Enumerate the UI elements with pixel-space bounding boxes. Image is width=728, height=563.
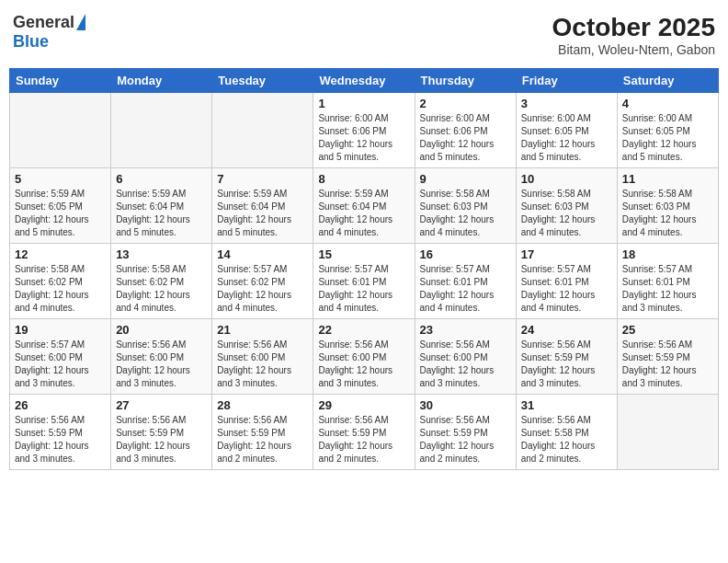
calendar-cell: 31Sunrise: 5:56 AM Sunset: 5:58 PM Dayli… bbox=[516, 395, 617, 470]
day-info: Sunrise: 5:58 AM Sunset: 6:02 PM Dayligh… bbox=[15, 263, 106, 315]
day-info: Sunrise: 5:57 AM Sunset: 6:01 PM Dayligh… bbox=[622, 263, 713, 315]
day-header-sunday: Sunday bbox=[10, 69, 111, 93]
day-header-tuesday: Tuesday bbox=[212, 69, 313, 93]
day-number: 3 bbox=[521, 97, 612, 110]
day-info: Sunrise: 5:59 AM Sunset: 6:04 PM Dayligh… bbox=[116, 188, 207, 239]
day-number: 28 bbox=[217, 398, 308, 412]
day-header-monday: Monday bbox=[111, 69, 212, 93]
calendar-cell: 1Sunrise: 6:00 AM Sunset: 6:06 PM Daylig… bbox=[313, 93, 415, 168]
day-number: 5 bbox=[15, 172, 106, 186]
day-number: 22 bbox=[318, 323, 409, 337]
day-number: 12 bbox=[15, 247, 106, 261]
calendar-table: SundayMondayTuesdayWednesdayThursdayFrid… bbox=[9, 68, 719, 470]
day-info: Sunrise: 5:58 AM Sunset: 6:03 PM Dayligh… bbox=[521, 188, 612, 239]
week-row-4: 19Sunrise: 5:57 AM Sunset: 6:00 PM Dayli… bbox=[10, 319, 719, 395]
logo-triangle-icon bbox=[76, 14, 85, 30]
calendar-cell: 16Sunrise: 5:57 AM Sunset: 6:01 PM Dayli… bbox=[415, 244, 516, 319]
calendar-cell: 5Sunrise: 5:59 AM Sunset: 6:05 PM Daylig… bbox=[10, 168, 111, 244]
calendar-header: SundayMondayTuesdayWednesdayThursdayFrid… bbox=[10, 69, 719, 93]
day-info: Sunrise: 5:56 AM Sunset: 6:00 PM Dayligh… bbox=[116, 339, 207, 390]
day-info: Sunrise: 6:00 AM Sunset: 6:06 PM Dayligh… bbox=[420, 112, 511, 164]
day-number: 13 bbox=[116, 247, 207, 261]
day-info: Sunrise: 5:57 AM Sunset: 6:02 PM Dayligh… bbox=[217, 263, 308, 315]
day-info: Sunrise: 5:56 AM Sunset: 5:59 PM Dayligh… bbox=[318, 414, 409, 465]
calendar-cell: 7Sunrise: 5:59 AM Sunset: 6:04 PM Daylig… bbox=[212, 168, 313, 244]
calendar-cell bbox=[212, 93, 313, 168]
day-number: 23 bbox=[420, 323, 511, 337]
day-number: 6 bbox=[116, 172, 207, 186]
week-row-5: 26Sunrise: 5:56 AM Sunset: 5:59 PM Dayli… bbox=[10, 395, 719, 470]
calendar-cell: 14Sunrise: 5:57 AM Sunset: 6:02 PM Dayli… bbox=[212, 244, 313, 319]
day-number: 26 bbox=[15, 398, 106, 412]
day-number: 21 bbox=[217, 323, 308, 337]
calendar-cell: 17Sunrise: 5:57 AM Sunset: 6:01 PM Dayli… bbox=[516, 244, 617, 319]
day-info: Sunrise: 5:57 AM Sunset: 6:00 PM Dayligh… bbox=[15, 339, 106, 390]
logo-general-text: General bbox=[13, 13, 74, 32]
day-info: Sunrise: 5:56 AM Sunset: 5:59 PM Dayligh… bbox=[116, 414, 207, 465]
day-number: 29 bbox=[318, 398, 409, 412]
title-section: October 2025 Bitam, Woleu-Ntem, Gabon bbox=[552, 13, 715, 57]
calendar-cell: 2Sunrise: 6:00 AM Sunset: 6:06 PM Daylig… bbox=[415, 93, 516, 168]
calendar-cell: 19Sunrise: 5:57 AM Sunset: 6:00 PM Dayli… bbox=[10, 319, 111, 395]
calendar-cell: 10Sunrise: 5:58 AM Sunset: 6:03 PM Dayli… bbox=[516, 168, 617, 244]
day-number: 18 bbox=[622, 247, 713, 261]
calendar-cell: 12Sunrise: 5:58 AM Sunset: 6:02 PM Dayli… bbox=[10, 244, 111, 319]
month-title: October 2025 bbox=[552, 13, 715, 42]
calendar-cell: 21Sunrise: 5:56 AM Sunset: 6:00 PM Dayli… bbox=[212, 319, 313, 395]
day-number: 25 bbox=[622, 323, 713, 337]
day-info: Sunrise: 5:57 AM Sunset: 6:01 PM Dayligh… bbox=[521, 263, 612, 315]
day-number: 2 bbox=[420, 97, 511, 110]
day-info: Sunrise: 5:56 AM Sunset: 5:59 PM Dayligh… bbox=[217, 414, 308, 465]
day-number: 24 bbox=[521, 323, 612, 337]
week-row-3: 12Sunrise: 5:58 AM Sunset: 6:02 PM Dayli… bbox=[10, 244, 719, 319]
calendar-cell bbox=[617, 395, 718, 470]
logo-blue-text: Blue bbox=[13, 32, 49, 52]
day-info: Sunrise: 5:56 AM Sunset: 6:00 PM Dayligh… bbox=[318, 339, 409, 390]
day-info: Sunrise: 5:56 AM Sunset: 6:00 PM Dayligh… bbox=[217, 339, 308, 390]
day-number: 30 bbox=[420, 398, 511, 412]
calendar-cell: 30Sunrise: 5:56 AM Sunset: 5:59 PM Dayli… bbox=[415, 395, 516, 470]
calendar-cell: 8Sunrise: 5:59 AM Sunset: 6:04 PM Daylig… bbox=[313, 168, 415, 244]
day-info: Sunrise: 6:00 AM Sunset: 6:06 PM Dayligh… bbox=[318, 112, 409, 164]
day-info: Sunrise: 5:59 AM Sunset: 6:04 PM Dayligh… bbox=[318, 188, 409, 239]
calendar-cell: 20Sunrise: 5:56 AM Sunset: 6:00 PM Dayli… bbox=[111, 319, 212, 395]
day-info: Sunrise: 5:58 AM Sunset: 6:02 PM Dayligh… bbox=[116, 263, 207, 315]
day-number: 17 bbox=[521, 247, 612, 261]
days-header-row: SundayMondayTuesdayWednesdayThursdayFrid… bbox=[10, 69, 719, 93]
day-info: Sunrise: 5:57 AM Sunset: 6:01 PM Dayligh… bbox=[318, 263, 409, 315]
day-number: 14 bbox=[217, 247, 308, 261]
day-number: 27 bbox=[116, 398, 207, 412]
page-header: General Blue October 2025 Bitam, Woleu-N… bbox=[9, 9, 719, 61]
day-info: Sunrise: 5:56 AM Sunset: 5:59 PM Dayligh… bbox=[420, 414, 511, 465]
day-info: Sunrise: 5:56 AM Sunset: 6:00 PM Dayligh… bbox=[420, 339, 511, 390]
day-info: Sunrise: 5:56 AM Sunset: 5:59 PM Dayligh… bbox=[521, 339, 612, 390]
day-info: Sunrise: 6:00 AM Sunset: 6:05 PM Dayligh… bbox=[622, 112, 713, 164]
calendar-cell bbox=[111, 93, 212, 168]
day-number: 20 bbox=[116, 323, 207, 337]
calendar-cell: 4Sunrise: 6:00 AM Sunset: 6:05 PM Daylig… bbox=[617, 93, 718, 168]
day-header-thursday: Thursday bbox=[415, 69, 516, 93]
day-info: Sunrise: 5:56 AM Sunset: 5:59 PM Dayligh… bbox=[15, 414, 106, 465]
calendar-cell: 26Sunrise: 5:56 AM Sunset: 5:59 PM Dayli… bbox=[10, 395, 111, 470]
calendar-cell: 15Sunrise: 5:57 AM Sunset: 6:01 PM Dayli… bbox=[313, 244, 415, 319]
day-info: Sunrise: 5:57 AM Sunset: 6:01 PM Dayligh… bbox=[420, 263, 511, 315]
day-number: 9 bbox=[420, 172, 511, 186]
day-number: 15 bbox=[318, 247, 409, 261]
day-number: 16 bbox=[420, 247, 511, 261]
calendar-cell: 3Sunrise: 6:00 AM Sunset: 6:05 PM Daylig… bbox=[516, 93, 617, 168]
day-number: 7 bbox=[217, 172, 308, 186]
calendar-cell: 9Sunrise: 5:58 AM Sunset: 6:03 PM Daylig… bbox=[415, 168, 516, 244]
calendar-cell: 18Sunrise: 5:57 AM Sunset: 6:01 PM Dayli… bbox=[617, 244, 718, 319]
logo: General Blue bbox=[13, 13, 85, 52]
calendar-cell: 28Sunrise: 5:56 AM Sunset: 5:59 PM Dayli… bbox=[212, 395, 313, 470]
calendar-cell: 23Sunrise: 5:56 AM Sunset: 6:00 PM Dayli… bbox=[415, 319, 516, 395]
day-header-saturday: Saturday bbox=[617, 69, 718, 93]
day-header-friday: Friday bbox=[516, 69, 617, 93]
calendar-cell: 13Sunrise: 5:58 AM Sunset: 6:02 PM Dayli… bbox=[111, 244, 212, 319]
day-header-wednesday: Wednesday bbox=[313, 69, 415, 93]
calendar-cell: 29Sunrise: 5:56 AM Sunset: 5:59 PM Dayli… bbox=[313, 395, 415, 470]
day-info: Sunrise: 5:59 AM Sunset: 6:05 PM Dayligh… bbox=[15, 188, 106, 239]
day-info: Sunrise: 5:59 AM Sunset: 6:04 PM Dayligh… bbox=[217, 188, 308, 239]
calendar-cell: 27Sunrise: 5:56 AM Sunset: 5:59 PM Dayli… bbox=[111, 395, 212, 470]
day-number: 31 bbox=[521, 398, 612, 412]
